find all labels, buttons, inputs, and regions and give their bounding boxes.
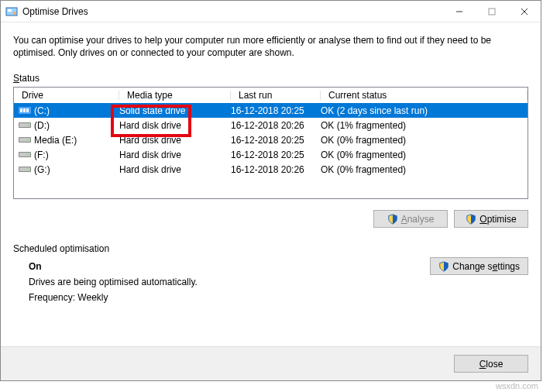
col-last-run[interactable]: Last run (231, 88, 321, 102)
col-drive[interactable]: Drive (14, 88, 119, 102)
scheduled-section: Scheduled optimisation On Drives are bei… (13, 243, 528, 303)
app-icon (5, 5, 18, 18)
status-label: Status (13, 73, 40, 84)
drive-name: (F:) (34, 150, 49, 160)
drive-name: Media (E:) (34, 135, 77, 146)
current-status: OK (0% fragmented) (321, 150, 528, 160)
media-type: Hard disk drive (119, 120, 231, 131)
media-type: Hard disk drive (119, 164, 231, 175)
col-media[interactable]: Media type (119, 88, 231, 102)
scheduled-line1: Drives are being optimised automatically… (29, 277, 528, 287)
svg-point-22 (27, 169, 29, 170)
svg-rect-10 (26, 108, 29, 112)
svg-point-2 (13, 12, 16, 15)
description-text: You can optimise your drives to help you… (13, 34, 528, 59)
table-row[interactable]: (G:)Hard disk drive16-12-2018 20:26OK (0… (14, 162, 528, 177)
drive-icon (19, 120, 31, 130)
scheduled-label: Scheduled optimisation (13, 243, 109, 254)
watermark: wsxdn.com (496, 381, 538, 390)
current-status: OK (1% fragmented) (321, 120, 528, 131)
scheduled-line2: Frequency: Weekly (29, 292, 528, 303)
table-header: Drive Media type Last run Current status (14, 88, 528, 103)
shield-icon (438, 261, 449, 272)
drives-table: Drive Media type Last run Current status… (13, 87, 528, 199)
action-buttons: Analyse Optimise (13, 210, 528, 228)
table-row[interactable]: Media (E:)Hard disk drive16-12-2018 20:2… (14, 132, 528, 147)
analyse-button[interactable]: Analyse (373, 210, 448, 228)
drive-icon (19, 150, 31, 160)
svg-point-19 (27, 154, 29, 156)
table-row[interactable]: (C:)Solid state drive16-12-2018 20:25OK … (14, 103, 528, 118)
last-run: 16-12-2018 20:26 (231, 120, 321, 131)
table-row[interactable]: (F:)Hard disk drive16-12-2018 20:25OK (0… (14, 147, 528, 162)
svg-rect-1 (8, 9, 12, 12)
table-row[interactable]: (D:)Hard disk drive16-12-2018 20:26OK (1… (14, 118, 528, 132)
current-status: OK (0% fragmented) (321, 164, 528, 175)
current-status: OK (2 days since last run) (321, 105, 528, 116)
window-controls (443, 1, 541, 22)
drive-icon (19, 105, 31, 115)
last-run: 16-12-2018 20:25 (231, 105, 321, 116)
window-title: Optimise Drives (22, 6, 443, 17)
optimise-drives-window: Optimise Drives You can optimise your dr… (0, 0, 541, 381)
optimise-button[interactable]: Optimise (454, 210, 528, 228)
current-status: OK (0% fragmented) (321, 135, 528, 146)
svg-rect-4 (489, 9, 495, 15)
svg-point-13 (27, 125, 29, 126)
close-button[interactable] (508, 1, 541, 22)
drive-name: (C:) (34, 105, 50, 116)
shield-icon (387, 214, 398, 225)
optimise-label: Optimise (479, 214, 516, 225)
drive-icon (19, 164, 31, 174)
shield-icon (466, 214, 476, 225)
close-dialog-button[interactable]: Close (454, 355, 528, 373)
content-area: You can optimise your drives to help you… (1, 22, 541, 320)
scheduled-body: On Drives are being optimised automatica… (13, 257, 528, 303)
svg-point-16 (27, 139, 29, 141)
titlebar: Optimise Drives (1, 1, 541, 22)
bottom-bar: Close (1, 346, 541, 380)
svg-rect-9 (23, 108, 26, 112)
drive-icon (19, 135, 31, 145)
svg-rect-8 (20, 108, 22, 112)
drive-name: (D:) (34, 120, 50, 131)
maximize-button[interactable] (476, 1, 508, 22)
media-type: Hard disk drive (119, 135, 231, 146)
media-type: Solid state drive (119, 105, 231, 116)
last-run: 16-12-2018 20:25 (231, 150, 321, 160)
change-settings-label: Change settings (452, 261, 520, 272)
drive-name: (G:) (34, 164, 50, 175)
col-current-status[interactable]: Current status (321, 88, 528, 102)
analyse-label: Analyse (401, 214, 435, 225)
table-body: (C:)Solid state drive16-12-2018 20:25OK … (14, 103, 528, 177)
close-label: Close (479, 359, 503, 370)
minimize-button[interactable] (443, 1, 476, 22)
last-run: 16-12-2018 20:26 (231, 164, 321, 175)
change-settings-button[interactable]: Change settings (430, 257, 528, 275)
media-type: Hard disk drive (119, 150, 231, 160)
last-run: 16-12-2018 20:25 (231, 135, 321, 146)
